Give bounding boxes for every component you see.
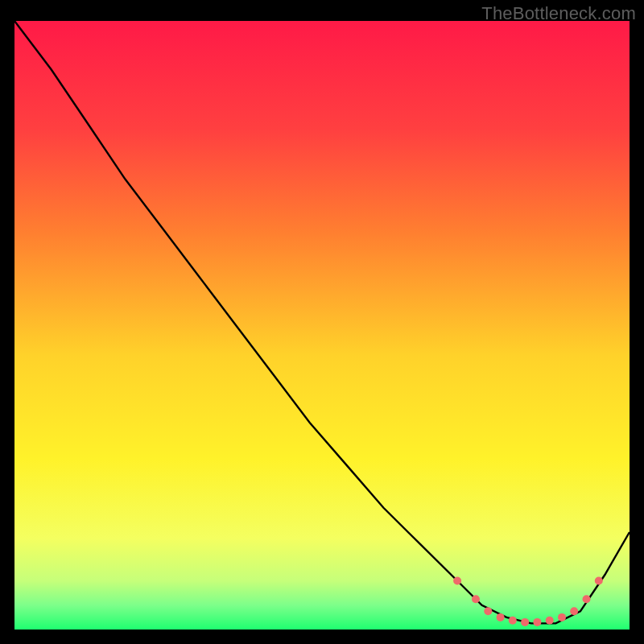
highlight-dot xyxy=(472,595,480,603)
highlight-dot xyxy=(509,617,517,625)
highlight-dot xyxy=(595,577,603,585)
highlight-dot xyxy=(583,595,591,603)
highlight-dot xyxy=(558,613,566,621)
highlight-dot xyxy=(484,607,492,615)
highlight-dot xyxy=(570,607,578,615)
highlight-dot xyxy=(533,618,541,626)
highlight-dot xyxy=(453,577,461,585)
plot-background xyxy=(14,21,630,630)
highlight-dot xyxy=(521,618,529,626)
highlight-dot xyxy=(497,613,505,621)
highlight-dot xyxy=(546,617,554,625)
bottleneck-chart xyxy=(0,0,644,644)
watermark-label: TheBottleneck.com xyxy=(481,3,636,24)
chart-frame: TheBottleneck.com xyxy=(0,0,644,644)
